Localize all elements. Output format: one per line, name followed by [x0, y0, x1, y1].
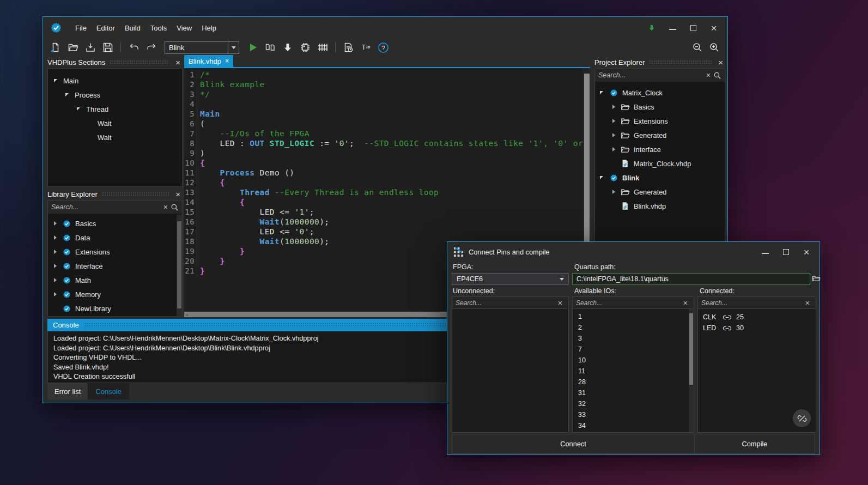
menu-build[interactable]: Build [120, 21, 145, 35]
tab-close-icon[interactable]: × [225, 57, 229, 65]
save-button[interactable] [102, 42, 113, 53]
tree-item-generated[interactable]: Generated [595, 128, 725, 142]
tree-item-wait[interactable]: Wait [48, 116, 182, 130]
menu-file[interactable]: File [70, 21, 92, 35]
library-scrollbar[interactable] [177, 215, 182, 316]
clear-search-icon[interactable]: × [681, 299, 690, 307]
tree-item-math[interactable]: Math [48, 273, 177, 287]
tree-item-basics[interactable]: Basics [595, 100, 725, 114]
expander-icon[interactable] [611, 146, 617, 153]
code-line-9[interactable]: 9) [184, 149, 590, 159]
fpga-dropdown[interactable]: EP4CE6 [452, 273, 569, 285]
disconnect-button[interactable] [793, 409, 811, 427]
expander-icon[interactable] [52, 234, 59, 241]
bottom-tab-console[interactable]: Console [88, 383, 129, 399]
help-button[interactable]: ? [378, 42, 389, 53]
code-line-12[interactable]: 12 { [184, 178, 590, 188]
code-line-16[interactable]: 16 Wait(1000000); [184, 217, 590, 227]
expander-icon[interactable] [611, 189, 617, 195]
undo-button[interactable] [128, 42, 139, 53]
new-file-button[interactable] [50, 42, 61, 53]
convert-vhdp-button[interactable] [264, 42, 276, 53]
connected-search-input[interactable] [701, 299, 803, 307]
project-search-input[interactable] [598, 71, 703, 79]
code-line-11[interactable]: 11 Process Demo () [184, 168, 590, 178]
io-item-33[interactable]: 33 [573, 409, 694, 420]
library-search-input[interactable] [51, 203, 161, 211]
clear-search-icon[interactable]: × [161, 203, 171, 211]
tree-item-extensions[interactable]: Extensions [48, 245, 177, 259]
code-line-4[interactable]: 4 [184, 100, 590, 110]
unconnected-search-input[interactable] [456, 299, 555, 307]
project-selector-dropdown[interactable]: Blink [165, 41, 239, 54]
tree-item-matrix-clock[interactable]: Matrix_Clock [595, 86, 725, 100]
tree-item-blink-vhdp[interactable]: Blink.vhdp [595, 199, 725, 213]
tree-item-main[interactable]: Main [48, 74, 182, 88]
tree-item-extensions[interactable]: Extensions [595, 114, 725, 128]
expander-icon[interactable] [52, 248, 59, 255]
open-project-button[interactable] [67, 42, 78, 53]
expander-icon[interactable] [611, 132, 617, 138]
browse-folder-icon[interactable] [812, 274, 821, 283]
expander-icon[interactable] [611, 118, 617, 124]
tree-item-memory[interactable]: Memory [48, 287, 177, 301]
expander-icon[interactable] [65, 92, 71, 98]
close-icon[interactable]: × [173, 58, 183, 66]
code-line-1[interactable]: 1/* [184, 70, 590, 80]
io-item-3[interactable]: 3 [573, 333, 694, 344]
code-line-15[interactable]: 15 LED <= '1'; [184, 208, 590, 217]
tree-item-data[interactable]: Data [48, 231, 177, 245]
tree-item-thread[interactable]: Thread [48, 102, 182, 116]
connection-led[interactable]: LED30 [698, 323, 816, 334]
code-line-6[interactable]: 6( [184, 119, 590, 129]
expander-icon[interactable] [599, 89, 606, 96]
text-format-button[interactable]: T›# [360, 42, 372, 53]
tab-blink-vhdp[interactable]: Blink.vhdp × [184, 55, 233, 67]
import-button[interactable] [84, 42, 96, 53]
io-item-2[interactable]: 2 [573, 322, 694, 333]
code-line-7[interactable]: 7 --I/Os of the FPGA [184, 129, 590, 139]
expander-icon[interactable] [599, 174, 606, 181]
code-line-5[interactable]: 5Main [184, 110, 590, 119]
expander-icon[interactable] [76, 106, 83, 112]
available-ios-scrollbar[interactable] [689, 309, 694, 432]
search-icon[interactable] [171, 203, 179, 211]
dialog-maximize-button[interactable] [782, 248, 790, 256]
expander-icon[interactable] [611, 104, 617, 110]
io-item-34[interactable]: 34 [573, 420, 694, 431]
close-icon[interactable]: × [173, 190, 183, 198]
code-line-13[interactable]: 13 Thread --Every Thread is an endless l… [184, 188, 590, 198]
io-item-7[interactable]: 7 [573, 344, 694, 355]
search-icon[interactable] [713, 71, 721, 80]
connect-pins-button[interactable] [317, 42, 328, 53]
menu-view[interactable]: View [172, 21, 197, 35]
io-item-11[interactable]: 11 [573, 366, 694, 377]
dialog-minimize-button[interactable] [761, 248, 769, 256]
tree-item-matrix-clock-vhdp[interactable]: Matrix_Clock.vhdp [595, 156, 725, 171]
menu-tools[interactable]: Tools [145, 21, 172, 35]
expander-icon[interactable] [52, 220, 59, 227]
menu-help[interactable]: Help [197, 21, 221, 35]
code-line-8[interactable]: 8 LED : OUT STD_LOGIC := '0'; --STD_LOGI… [184, 139, 590, 149]
dialog-close-button[interactable]: × [803, 248, 810, 256]
tree-item-interface[interactable]: Interface [595, 142, 725, 156]
expander-icon[interactable] [52, 291, 59, 298]
close-icon[interactable]: × [716, 58, 725, 66]
close-button[interactable]: × [710, 24, 718, 32]
io-item-32[interactable]: 32 [573, 398, 694, 409]
io-item-1[interactable]: 1 [573, 311, 694, 322]
redo-button[interactable] [145, 42, 157, 53]
expander-icon[interactable] [53, 77, 60, 84]
tree-item-blink[interactable]: Blink [595, 171, 725, 185]
compile-button[interactable]: Compile [695, 434, 815, 453]
expander-icon[interactable] [52, 263, 59, 269]
simulation-button[interactable] [343, 42, 354, 53]
quartus-path-input[interactable]: C:\intelFPGA_lite\18.1\quartus [572, 273, 810, 285]
io-item-28[interactable]: 28 [573, 377, 694, 387]
code-line-2[interactable]: 2Blink example [184, 80, 590, 90]
code-line-17[interactable]: 17 LED <= '0'; [184, 227, 590, 237]
clear-search-icon[interactable]: × [803, 299, 812, 307]
io-item-31[interactable]: 31 [573, 387, 694, 398]
run-button[interactable] [247, 42, 258, 53]
minimize-button[interactable] [669, 24, 676, 32]
